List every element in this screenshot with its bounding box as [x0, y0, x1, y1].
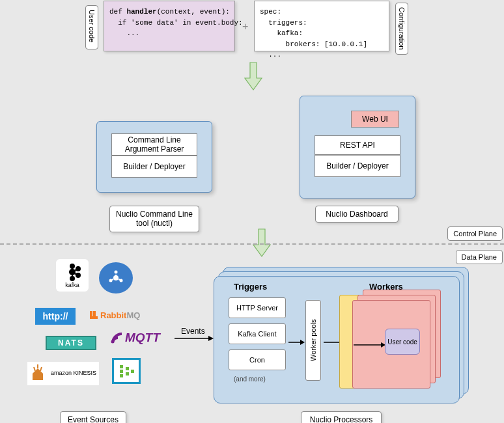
config-snippet: spec: triggers: kafka: brokers: [10.0.0.…	[254, 1, 389, 51]
cli-deployer-box: Builder / Deployer	[111, 156, 197, 178]
plane-divider	[0, 243, 504, 245]
svg-point-2	[70, 277, 74, 280]
svg-line-15	[119, 279, 120, 280]
svg-line-24	[40, 367, 42, 371]
svg-rect-28	[126, 367, 129, 370]
rabbitmq-icon: RabbitMQ	[89, 310, 140, 320]
dashboard-webui-box: Web UI	[351, 111, 399, 128]
trigger-http-box: HTTP Server	[229, 297, 286, 318]
svg-rect-27	[120, 374, 123, 377]
dashboard-rest-box: REST API	[315, 135, 400, 155]
svg-rect-30	[131, 370, 134, 373]
dashboard-panel: Web UI REST API Builder / Deployer	[300, 96, 415, 198]
trigger-kafka-box: Kafka Client	[229, 323, 286, 344]
triggers-title: Triggers	[234, 282, 267, 292]
user-code-snippet: def handler(context, event): if 'some da…	[104, 1, 235, 51]
processor-panel: Triggers Workers HTTP Server Kafka Clien…	[214, 276, 460, 403]
svg-marker-32	[208, 336, 214, 341]
cli-label: Nuclio Command Line tool (nuctl)	[109, 206, 199, 232]
worker-pools-box: Worker pools	[305, 300, 321, 381]
kafka-icon: kafka	[56, 259, 89, 292]
plus-icon: +	[242, 21, 248, 33]
triggers-more-text: (and more)	[234, 375, 266, 383]
svg-point-19	[111, 340, 115, 344]
iguazio-icon	[112, 358, 141, 384]
svg-rect-29	[126, 372, 129, 375]
svg-marker-34	[300, 340, 305, 345]
event-sources-label: Event Sources	[60, 411, 126, 423]
arrow-right-icon	[287, 338, 305, 347]
dashboard-deployer-box: Builder / Deployer	[315, 155, 400, 177]
control-plane-label: Control Plane	[447, 226, 503, 241]
trigger-cron-box: Cron	[229, 349, 286, 370]
events-arrow-icon	[173, 334, 215, 343]
nats-icon: NATS	[46, 336, 96, 350]
data-plane-label: Data Plane	[456, 250, 503, 264]
svg-line-14	[112, 279, 113, 280]
svg-rect-20	[33, 374, 43, 380]
svg-rect-16	[90, 311, 92, 316]
cli-panel: Command Line Argument Parser Builder / D…	[96, 121, 212, 193]
svg-rect-26	[120, 370, 123, 373]
svg-point-9	[113, 275, 119, 280]
cli-parser-box: Command Line Argument Parser	[111, 133, 197, 156]
arrow-down-icon	[242, 61, 264, 92]
arrow-right-icon	[352, 340, 386, 349]
dashboard-label: Nuclio Dashboard	[315, 206, 399, 223]
configuration-vert-label: Configuration	[395, 3, 408, 55]
pubsub-icon	[99, 262, 133, 293]
svg-point-0	[70, 264, 74, 268]
processors-label: Nuclio Processors	[301, 411, 382, 423]
svg-rect-25	[120, 365, 123, 368]
http-icon: http://	[35, 308, 76, 325]
user-code-box: User code	[385, 329, 420, 355]
kinesis-icon: amazon KINESIS	[27, 362, 99, 385]
user-code-vert-label: User code	[85, 5, 98, 49]
svg-rect-18	[90, 316, 98, 319]
svg-rect-17	[93, 311, 96, 316]
svg-point-10	[115, 271, 118, 274]
svg-line-23	[34, 367, 35, 371]
mqtt-icon: MQTT	[109, 331, 160, 345]
